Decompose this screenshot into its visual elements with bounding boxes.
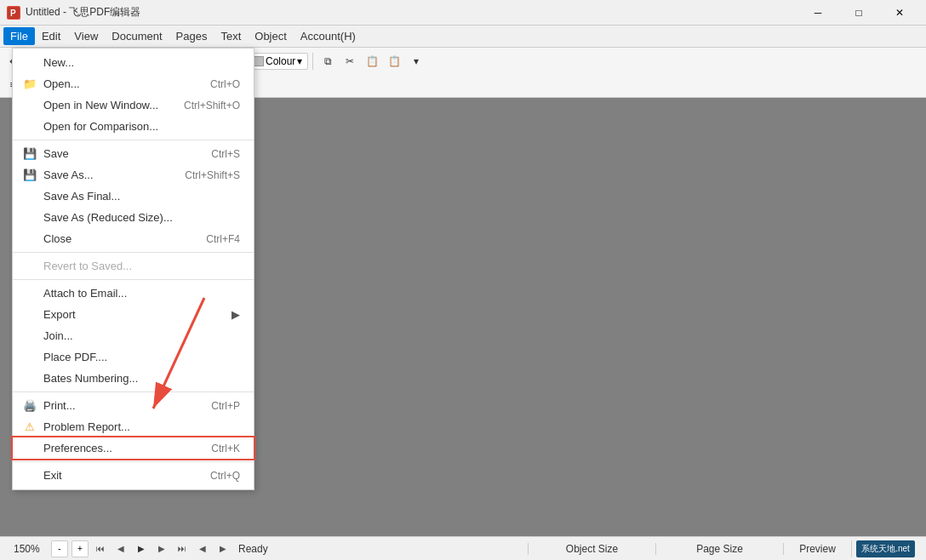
menu-option-save-as-label: Save As... (43, 169, 94, 181)
window-title: Untitled - 飞思PDF编辑器 (26, 5, 140, 20)
menu-option-open-comparison-label: Open for Comparison... (43, 120, 158, 133)
file-dropdown-menu: New... 📁 Open... Ctrl+O Open in New Wind… (12, 48, 254, 490)
export-arrow: ▶ (232, 308, 240, 321)
menu-pages[interactable]: Pages (169, 27, 214, 45)
save-shortcut: Ctrl+S (211, 148, 240, 160)
menu-option-new[interactable]: New... (13, 52, 254, 73)
object-size-section: Object Size (528, 543, 655, 555)
colour-picker[interactable]: Colour ▾ (248, 53, 308, 70)
menu-account[interactable]: Account(H) (294, 27, 363, 45)
menu-option-problem-report-label: Problem Report... (43, 420, 130, 433)
menu-option-exit[interactable]: Exit Ctrl+Q (13, 465, 254, 486)
menu-option-close[interactable]: Close Ctrl+F4 (13, 228, 254, 249)
menu-option-open[interactable]: 📁 Open... Ctrl+O (13, 73, 254, 94)
divider-1 (13, 140, 254, 140)
page-forward-button[interactable]: ▶ (214, 540, 232, 557)
toolbar-sep-4 (312, 53, 313, 70)
play-button[interactable]: ▶ (133, 540, 150, 557)
menu-option-new-label: New... (43, 56, 74, 69)
menu-option-close-label: Close (43, 232, 71, 245)
menu-option-print[interactable]: 🖨️ Print... Ctrl+P (13, 395, 254, 416)
page-back-button[interactable]: ◀ (194, 540, 211, 557)
first-page-button[interactable]: ⏮ (92, 540, 109, 557)
menu-option-save-reduced[interactable]: Save As (Reduced Size)... (13, 207, 254, 228)
menu-option-join[interactable]: Join... (13, 325, 254, 346)
menu-option-email-label: Attach to Email... (43, 287, 127, 300)
menu-file[interactable]: File (3, 27, 35, 45)
menu-option-place-pdf[interactable]: Place PDF.... (13, 346, 254, 368)
cut-button[interactable]: ✂ (340, 51, 360, 71)
zoom-in-button[interactable]: + (71, 540, 89, 557)
menu-option-save-as[interactable]: 💾 Save As... Ctrl+Shift+S (13, 164, 254, 186)
menu-option-email[interactable]: Attach to Email... (13, 283, 254, 304)
title-bar-left: P Untitled - 飞思PDF编辑器 (7, 5, 140, 20)
menu-option-open-label: Open... (43, 77, 80, 90)
menu-option-revert: Revert to Saved... (13, 255, 254, 277)
status-bar: 150% - + ⏮ ◀ ▶ ▶ ⏭ ◀ ▶ Ready Object Size… (0, 536, 926, 560)
status-text: Ready (238, 543, 528, 555)
zoom-out-button[interactable]: - (51, 540, 68, 557)
menu-option-open-new-window-label: Open in New Window... (43, 99, 158, 111)
menu-option-export-label: Export (43, 308, 76, 321)
menu-edit[interactable]: Edit (35, 27, 67, 45)
menu-object[interactable]: Object (248, 27, 294, 45)
watermark-text: 系统天地.net (856, 540, 915, 557)
last-page-button[interactable]: ⏭ (174, 540, 191, 557)
menu-option-save-final[interactable]: Save As Final... (13, 186, 254, 207)
menu-option-bates-label: Bates Numbering... (43, 372, 138, 385)
menu-option-export[interactable]: Export ▶ (13, 304, 254, 325)
save-as-shortcut: Ctrl+Shift+S (185, 169, 240, 181)
minimize-button[interactable]: ─ (798, 0, 837, 26)
zoom-controls: 150% - + ⏮ ◀ ▶ ▶ ⏭ ◀ ▶ (7, 540, 238, 557)
save-as-icon: 💾 (21, 167, 38, 184)
colour-arrow: ▾ (297, 55, 302, 67)
svg-text:P: P (10, 9, 16, 18)
exit-shortcut: Ctrl+Q (210, 470, 240, 482)
menu-option-open-comparison[interactable]: Open for Comparison... (13, 116, 254, 137)
colour-label: Colour (266, 55, 295, 67)
menu-option-problem-report[interactable]: ⚠ Problem Report... (13, 416, 254, 437)
warning-icon: ⚠ (21, 419, 38, 436)
close-shortcut: Ctrl+F4 (206, 233, 240, 245)
open-shortcut: Ctrl+O (210, 78, 240, 90)
colour-dot (254, 56, 264, 66)
menu-option-place-pdf-label: Place PDF.... (43, 351, 107, 363)
menu-text[interactable]: Text (214, 27, 248, 45)
preview-section: Preview (783, 543, 851, 555)
menu-option-save-label: Save (43, 147, 69, 160)
copy-button[interactable]: ⧉ (317, 51, 338, 71)
more-button[interactable]: ▾ (406, 51, 426, 71)
divider-5 (13, 461, 254, 462)
app-icon: P (7, 6, 20, 20)
zoom-level: 150% (14, 543, 48, 555)
menu-view[interactable]: View (67, 27, 105, 45)
menu-option-bates[interactable]: Bates Numbering... (13, 368, 254, 389)
page-size-section: Page Size (655, 543, 783, 555)
menu-option-preferences[interactable]: Preferences... Ctrl+K (13, 437, 254, 459)
menu-option-save[interactable]: 💾 Save Ctrl+S (13, 143, 254, 164)
menu-option-save-reduced-label: Save As (Reduced Size)... (43, 211, 173, 224)
divider-3 (13, 279, 254, 280)
paste2-button[interactable]: 📋 (384, 51, 404, 71)
prev-page-button[interactable]: ◀ (112, 540, 129, 557)
menu-option-preferences-label: Preferences... (43, 442, 112, 454)
save-icon: 💾 (21, 146, 38, 163)
menu-option-open-new-window[interactable]: Open in New Window... Ctrl+Shift+O (13, 94, 254, 116)
menu-bar: File Edit View Document Pages Text Objec… (0, 26, 926, 48)
title-bar: P Untitled - 飞思PDF编辑器 ─ □ ✕ (0, 0, 926, 26)
next-page-button[interactable]: ▶ (153, 540, 170, 557)
open-new-window-shortcut: Ctrl+Shift+O (184, 100, 240, 111)
watermark-logo: 系统天地.net (851, 540, 919, 557)
menu-option-save-final-label: Save As Final... (43, 190, 120, 203)
restore-button[interactable]: □ (839, 0, 878, 26)
paste-button[interactable]: 📋 (362, 51, 382, 71)
menu-document[interactable]: Document (105, 27, 169, 45)
menu-option-print-label: Print... (43, 399, 76, 412)
window-controls: ─ □ ✕ (798, 0, 919, 26)
menu-option-join-label: Join... (43, 329, 73, 342)
close-button[interactable]: ✕ (880, 0, 919, 26)
menu-option-revert-label: Revert to Saved... (43, 260, 132, 272)
preferences-shortcut: Ctrl+K (211, 443, 240, 454)
divider-2 (13, 252, 254, 253)
folder-icon: 📁 (21, 76, 38, 93)
